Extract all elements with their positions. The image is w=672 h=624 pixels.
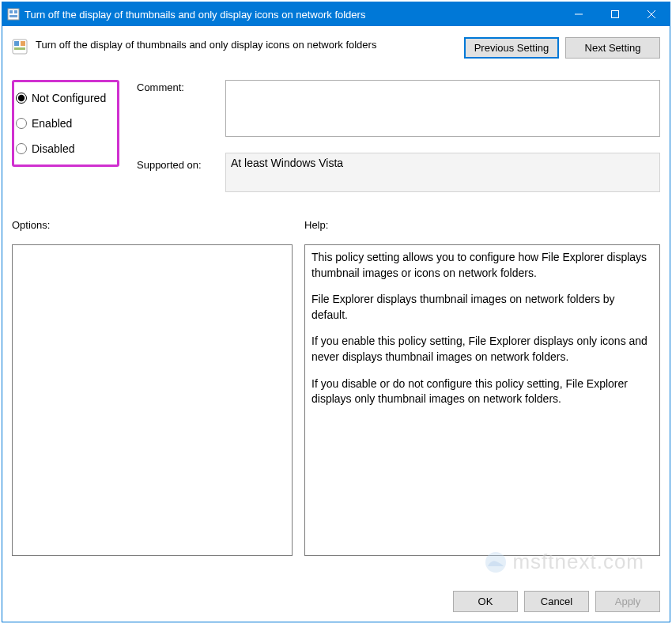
radio-label: Enabled [32, 117, 72, 130]
next-setting-button[interactable]: Next Setting [565, 37, 660, 59]
cancel-button[interactable]: Cancel [524, 591, 589, 612]
minimize-button[interactable] [561, 2, 597, 26]
titlebar: Turn off the display of thumbnails and o… [2, 2, 670, 26]
help-paragraph: This policy setting allows you to config… [311, 250, 653, 281]
svg-rect-2 [14, 10, 17, 13]
policy-title: Turn off the display of thumbnails and o… [36, 37, 458, 51]
ok-button[interactable]: OK [453, 591, 518, 612]
comment-input[interactable] [225, 80, 660, 137]
svg-rect-1 [9, 10, 13, 13]
radio-disabled[interactable]: Disabled [16, 136, 112, 161]
comment-label: Comment: [137, 81, 184, 93]
maximize-button[interactable] [597, 2, 633, 26]
apply-button: Apply [595, 591, 660, 612]
options-box [12, 244, 293, 556]
close-button[interactable] [633, 2, 670, 26]
svg-rect-5 [612, 11, 619, 18]
help-box[interactable]: This policy setting allows you to config… [304, 244, 660, 556]
svg-rect-3 [9, 15, 17, 17]
help-paragraph: If you disable or do not configure this … [311, 376, 653, 407]
window-icon [7, 8, 20, 21]
help-paragraph: If you enable this policy setting, File … [311, 334, 653, 365]
svg-rect-11 [14, 47, 25, 50]
help-label: Help: [304, 219, 328, 231]
radio-enabled[interactable]: Enabled [16, 111, 112, 136]
svg-rect-10 [21, 41, 25, 46]
previous-setting-button[interactable]: Previous Setting [464, 37, 559, 59]
supported-label: Supported on: [137, 159, 202, 171]
window-title: Turn off the display of thumbnails and o… [25, 9, 561, 21]
radio-label: Disabled [32, 142, 74, 155]
radio-not-configured[interactable]: Not Configured [16, 85, 112, 111]
radio-label: Not Configured [32, 92, 106, 104]
policy-icon [12, 39, 28, 55]
supported-field: At least Windows Vista [225, 153, 660, 192]
state-radio-group: Not Configured Enabled Disabled [12, 80, 119, 167]
svg-rect-9 [14, 41, 19, 46]
options-label: Options: [12, 219, 50, 231]
help-paragraph: File Explorer displays thumbnail images … [311, 292, 653, 323]
